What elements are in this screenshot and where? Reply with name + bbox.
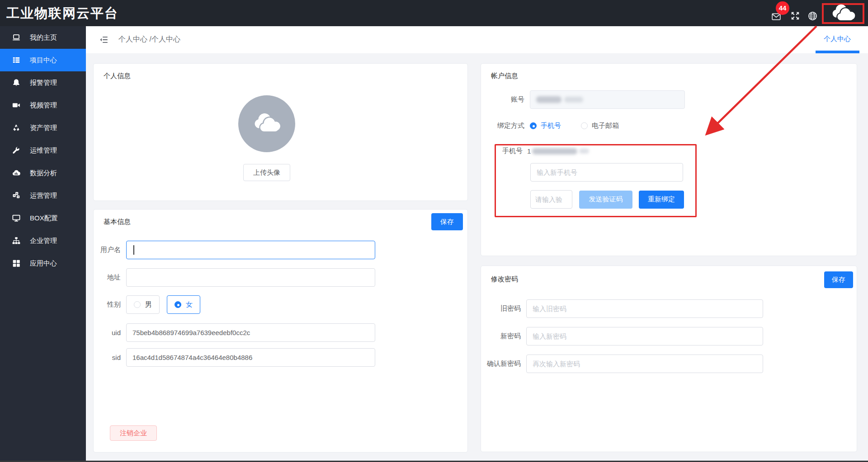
change-password-title: 修改密码	[491, 275, 518, 284]
confirm-password-input[interactable]	[526, 355, 763, 373]
change-password-card: 修改密码 保存 旧密码 新密码 确认新密码	[481, 266, 857, 452]
wrench-icon	[12, 146, 20, 154]
sidebar-collapse-icon[interactable]	[99, 35, 108, 44]
new-password-input[interactable]	[526, 327, 763, 345]
account-info-title: 帐户信息	[491, 72, 518, 80]
rebind-button[interactable]: 重新绑定	[639, 191, 684, 209]
radio-email-icon	[581, 122, 588, 129]
sidebar-item-projects[interactable]: 项目中心	[0, 49, 86, 71]
breadcrumb-bar: 个人中心 /个人中心 个人中心	[86, 26, 868, 53]
basic-info-title: 基本信息	[104, 218, 131, 226]
account-info-card: 帐户信息 账号 绑定方式 手机号 电子邮箱 手机号 1	[481, 63, 857, 256]
uid-input[interactable]	[126, 323, 375, 342]
old-password-input[interactable]	[526, 299, 763, 318]
basic-info-card: 基本信息 保存 用户名 地址 性别 男 女 uid	[93, 209, 468, 453]
sid-input[interactable]	[126, 348, 375, 367]
sidebar-item-video[interactable]: 视频管理	[0, 94, 86, 117]
address-label: 地址	[96, 273, 126, 282]
text-cursor	[133, 245, 134, 255]
new-password-label: 新密码	[481, 332, 526, 341]
th-list-icon	[12, 56, 20, 64]
bell-icon	[12, 79, 20, 87]
account-label: 账号	[481, 95, 530, 104]
app-root: 工业物联网云平台 44 我的主页 项目中心	[0, 0, 868, 462]
sidebar-item-alarms[interactable]: 报警管理	[0, 71, 86, 94]
account-value-redacted	[536, 96, 561, 103]
tab-active-underline	[816, 51, 859, 53]
gender-label: 性别	[96, 300, 126, 309]
desktop-icon	[12, 214, 20, 222]
app-title: 工业物联网云平台	[6, 0, 118, 26]
breadcrumb: 个人中心 /个人中心	[118, 35, 180, 44]
tab-personal-center[interactable]: 个人中心	[817, 26, 857, 53]
new-phone-input[interactable]	[530, 163, 683, 182]
sidebar-item-app-center[interactable]: 应用中心	[0, 252, 86, 275]
sidebar-item-ops[interactable]: 运维管理	[0, 139, 86, 162]
phone-value-redacted	[532, 148, 577, 154]
video-icon	[12, 101, 20, 109]
radio-male-icon	[134, 301, 141, 308]
phone-label: 手机号	[481, 147, 527, 155]
nodes-icon	[12, 191, 20, 200]
sitemap-icon	[12, 237, 20, 245]
password-save-button[interactable]: 保存	[824, 271, 853, 288]
sidebar-item-my-home[interactable]: 我的主页	[0, 26, 86, 49]
verification-code-input[interactable]	[530, 190, 572, 209]
personal-info-title: 个人信息	[104, 72, 131, 80]
fullscreen-icon[interactable]	[790, 11, 800, 21]
send-code-button[interactable]: 发送验证码	[579, 191, 632, 209]
recycle-icon	[12, 124, 20, 132]
old-password-label: 旧密码	[481, 304, 526, 313]
confirm-password-label: 确认新密码	[481, 359, 526, 368]
bind-method-label: 绑定方式	[481, 121, 530, 130]
radio-phone-icon	[530, 122, 537, 129]
username-input[interactable]	[126, 241, 375, 259]
avatar	[238, 95, 295, 152]
sidebar-item-enterprise[interactable]: 企业管理	[0, 229, 86, 252]
gender-female-option[interactable]: 女	[167, 295, 200, 314]
phone-value-prefix: 1	[527, 147, 531, 155]
account-input-disabled	[530, 90, 685, 109]
bind-email-radio[interactable]: 电子邮箱	[581, 121, 619, 130]
gender-male-option[interactable]: 男	[126, 295, 160, 314]
sidebar-item-assets[interactable]: 资产管理	[0, 117, 86, 139]
sid-label: sid	[96, 354, 126, 361]
username-label: 用户名	[96, 246, 126, 254]
laptop-icon	[12, 33, 20, 42]
address-input[interactable]	[126, 268, 375, 287]
top-bar: 工业物联网云平台 44	[0, 0, 868, 26]
upload-avatar-button[interactable]: 上传头像	[243, 164, 290, 181]
deregister-enterprise-button[interactable]: 注销企业	[110, 425, 157, 441]
radio-female-icon	[175, 301, 181, 308]
notification-badge: 44	[776, 1, 789, 15]
cloud-chart-icon	[12, 169, 20, 177]
sidebar-item-analytics[interactable]: 数据分析	[0, 162, 86, 184]
globe-icon[interactable]	[807, 11, 818, 21]
uid-label: uid	[96, 329, 126, 336]
personal-info-card: 个人信息 上传头像	[93, 63, 468, 201]
th-large-icon	[12, 259, 20, 267]
sidebar: 我的主页 项目中心 报警管理 视频管理 资产管理 运维管理 数据分析	[0, 26, 86, 462]
sidebar-item-operation[interactable]: 运营管理	[0, 184, 86, 207]
user-avatar-cloud-logo[interactable]	[822, 3, 864, 24]
bind-phone-radio[interactable]: 手机号	[530, 121, 561, 130]
basic-save-button[interactable]: 保存	[431, 213, 463, 230]
sidebar-item-box-config[interactable]: BOX配置	[0, 207, 86, 229]
